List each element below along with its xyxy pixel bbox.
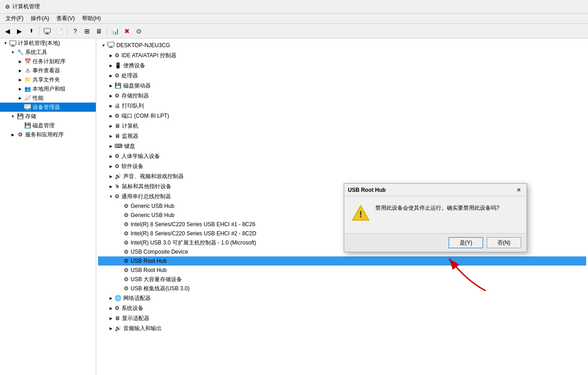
usb-label-8: USB 大容量存储设备 bbox=[131, 276, 182, 283]
tree-services[interactable]: ▶ ⚙ 服务和应用程序 bbox=[0, 130, 96, 139]
system-tools-arrow: ▼ bbox=[9, 49, 16, 56]
group-audio[interactable]: ▶ 🔊 声音、视频和游戏控制器 bbox=[98, 171, 586, 181]
group-audio-io-icon: 🔊 bbox=[115, 325, 121, 332]
group-audio-label: 声音、视频和游戏控制器 bbox=[123, 173, 184, 180]
local-users-label: 本地用户和组 bbox=[33, 85, 66, 93]
usb-label-1: Generic USB Hub bbox=[131, 212, 174, 218]
separator-1 bbox=[39, 27, 39, 36]
group-display[interactable]: ▶ 🖥 显示适配器 bbox=[98, 313, 586, 323]
usb-icon-8: ⚙ bbox=[124, 276, 129, 283]
menu-file[interactable]: 文件(F) bbox=[2, 14, 27, 23]
group-ports[interactable]: ▶ ⚙ 端口 (COM 和 LPT) bbox=[98, 111, 586, 121]
device-manager-label: 设备管理器 bbox=[33, 103, 60, 111]
dialog-message: 禁用此设备会使其停止运行。确实要禁用此设备吗? bbox=[375, 204, 519, 212]
usb-label-3: Intel(R) 8 Series/C220 Series USB EHCI #… bbox=[131, 230, 256, 237]
group-software-dev[interactable]: ▶ ⚙ 软件设备 bbox=[98, 161, 586, 171]
device-root-label: DESKTOP-NJEU3CG bbox=[116, 42, 170, 49]
group-network[interactable]: ▶ 🌐 网络适配器 bbox=[98, 293, 586, 303]
dialog-yes-button[interactable]: 是(Y) bbox=[449, 237, 483, 248]
device-root[interactable]: ▼ DESKTOP-NJEU3CG bbox=[98, 40, 586, 50]
menu-help[interactable]: 帮助(H) bbox=[78, 14, 104, 23]
group-storage-ctrl[interactable]: ▶ ⚙ 存储控制器 bbox=[98, 91, 586, 101]
tree-disk-mgmt[interactable]: ▶ 💾 磁盘管理 bbox=[0, 121, 96, 130]
tree-event-viewer[interactable]: ▶ ⚠ 事件查看器 bbox=[0, 66, 96, 75]
svg-rect-11 bbox=[25, 110, 30, 110]
event-viewer-label: 事件查看器 bbox=[33, 67, 60, 75]
services-arrow: ▶ bbox=[9, 131, 16, 138]
tree-shared-folders[interactable]: ▶ 📁 共享文件夹 bbox=[0, 75, 96, 84]
window-button[interactable]: ⊞ bbox=[82, 26, 93, 37]
group-monitor-icon: 🖥 bbox=[115, 133, 120, 139]
storage-arrow: ▼ bbox=[9, 113, 16, 120]
usb-icon-6: ⚙ bbox=[124, 258, 129, 264]
storage-icon: 💾 bbox=[16, 113, 24, 120]
group-keyboard-icon: ⌨ bbox=[115, 143, 122, 149]
event-viewer-arrow: ▶ bbox=[16, 67, 24, 74]
svg-rect-8 bbox=[28, 105, 30, 106]
dialog-no-button[interactable]: 否(N) bbox=[487, 237, 521, 248]
svg-rect-4 bbox=[11, 45, 14, 46]
menu-action[interactable]: 操作(A) bbox=[27, 14, 53, 23]
group-cpu-icon: ⚙ bbox=[115, 72, 120, 79]
group-system-dev-icon: ⚙ bbox=[115, 305, 120, 311]
delete-button[interactable]: ✖ bbox=[121, 26, 132, 37]
usb-label-7: USB Root Hub bbox=[131, 267, 167, 273]
group-display-icon: 🖥 bbox=[115, 315, 120, 321]
dialog-body: ! 禁用此设备会使其停止运行。确实要禁用此设备吗? bbox=[344, 196, 527, 233]
local-users-icon: 👥 bbox=[24, 85, 31, 92]
svg-rect-10 bbox=[26, 109, 29, 110]
dialog[interactable]: USB Root Hub ✕ ! 禁用此设备会使其停止运行。确实要禁用此设备吗?… bbox=[344, 183, 527, 252]
dialog-title-bar: USB Root Hub ✕ bbox=[344, 184, 527, 196]
tree-task-scheduler[interactable]: ▶ 📅 任务计划程序 bbox=[0, 57, 96, 66]
group-cpu-label: 处理器 bbox=[121, 72, 138, 80]
group-monitor[interactable]: ▶ 🖥 监视器 bbox=[98, 131, 586, 141]
usb-child-8[interactable]: ⚙ USB 大容量存储设备 bbox=[98, 275, 586, 284]
computer-button[interactable] bbox=[42, 26, 53, 37]
group-print[interactable]: ▶ 🖨 打印队列 bbox=[98, 101, 586, 111]
tree-system-tools[interactable]: ▼ 🔧 系统工具 bbox=[0, 48, 96, 57]
svg-rect-12 bbox=[108, 42, 114, 46]
group-ide[interactable]: ▶ ⚙ IDE ATA/ATAPI 控制器 bbox=[98, 50, 586, 60]
group-keyboard[interactable]: ▶ ⌨ 键盘 bbox=[98, 141, 586, 151]
tree-local-users[interactable]: ▶ 👥 本地用户和组 bbox=[0, 84, 96, 93]
group-audio-io[interactable]: ▶ 🔊 音频输入和输出 bbox=[98, 323, 586, 333]
usb-root-hub-selected[interactable]: ⚙ USB Root Hub bbox=[98, 256, 586, 266]
menu-view[interactable]: 查看(V) bbox=[53, 14, 78, 23]
up-button[interactable]: ⬆ bbox=[26, 26, 37, 37]
group-hid[interactable]: ▶ ⚙ 人体学输入设备 bbox=[98, 151, 586, 161]
group-computer[interactable]: ▶ 🖥 计算机 bbox=[98, 121, 586, 131]
forward-button[interactable]: ▶ bbox=[14, 26, 25, 37]
tree-performance[interactable]: ▶ 📈 性能 bbox=[0, 93, 96, 103]
svg-rect-13 bbox=[110, 47, 112, 48]
warning-icon: ! bbox=[352, 204, 370, 226]
dialog-close-button[interactable]: ✕ bbox=[515, 186, 523, 194]
usb-icon-0: ⚙ bbox=[124, 203, 129, 209]
usb-child-9[interactable]: ⚙ USB 根集线器(USB 3.0) bbox=[98, 284, 586, 293]
group-system-dev[interactable]: ▶ ⚙ 系统设备 bbox=[98, 303, 586, 313]
group-storage-ctrl-label: 存储控制器 bbox=[121, 92, 149, 100]
root-icon bbox=[9, 39, 16, 47]
back-button[interactable]: ◀ bbox=[2, 26, 13, 37]
group-disk[interactable]: ▶ 💾 磁盘驱动器 bbox=[98, 81, 586, 91]
menu-bar: 文件(F) 操作(A) 查看(V) 帮助(H) bbox=[0, 14, 588, 24]
system-tools-label: 系统工具 bbox=[25, 49, 47, 56]
performance-label: 性能 bbox=[33, 94, 44, 102]
group-ports-icon: ⚙ bbox=[115, 113, 120, 119]
tree-root[interactable]: ▼ 计算机管理(本地) bbox=[0, 38, 96, 48]
screen-button[interactable]: 🖥 bbox=[93, 26, 104, 37]
group-print-label: 打印队列 bbox=[122, 102, 144, 110]
help-button[interactable]: ? bbox=[70, 26, 81, 37]
tree-storage[interactable]: ▼ 💾 存储 bbox=[0, 112, 96, 121]
usb-child-7[interactable]: ⚙ USB Root Hub bbox=[98, 266, 586, 275]
file-button[interactable]: 📄 bbox=[54, 26, 65, 37]
group-portable[interactable]: ▶ 📱 便携设备 bbox=[98, 60, 586, 71]
storage-label: 存储 bbox=[25, 113, 36, 120]
settings-button[interactable]: ⊙ bbox=[133, 26, 144, 37]
group-software-dev-icon: ⚙ bbox=[115, 163, 120, 169]
tree-device-manager[interactable]: ▶ 设备管理器 bbox=[0, 103, 96, 112]
usb-icon-2: ⚙ bbox=[124, 221, 129, 228]
group-cpu[interactable]: ▶ ⚙ 处理器 bbox=[98, 71, 586, 81]
chart-button[interactable]: 📊 bbox=[110, 26, 121, 37]
device-manager-icon bbox=[24, 103, 31, 111]
title-bar-text: 计算机管理 bbox=[12, 3, 40, 11]
